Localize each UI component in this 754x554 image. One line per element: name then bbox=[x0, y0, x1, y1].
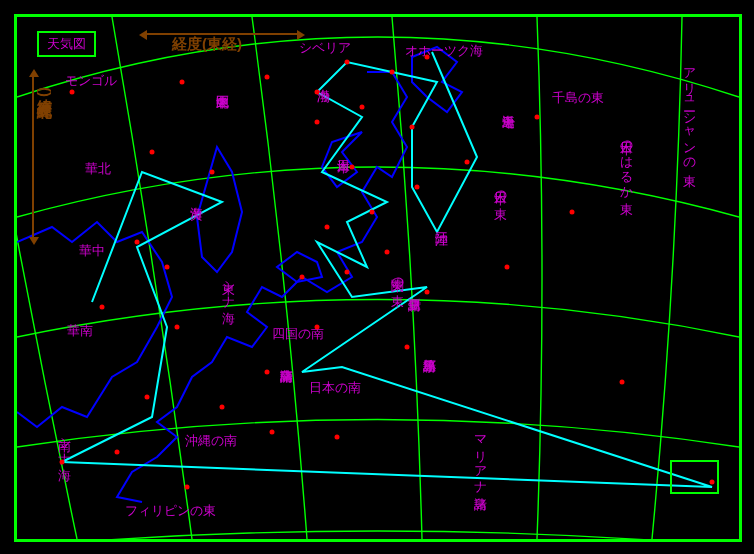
inset-box bbox=[670, 460, 719, 494]
svg-point-6 bbox=[165, 265, 170, 270]
svg-point-26 bbox=[410, 125, 415, 130]
svg-point-34 bbox=[620, 380, 625, 385]
x-axis-label: 経度(東経) bbox=[172, 35, 242, 54]
svg-point-15 bbox=[265, 370, 270, 375]
svg-point-4 bbox=[210, 170, 215, 175]
svg-point-27 bbox=[415, 185, 420, 190]
svg-point-30 bbox=[405, 345, 410, 350]
svg-point-11 bbox=[185, 485, 190, 490]
svg-point-9 bbox=[145, 395, 150, 400]
y-axis-label: 緯度(北緯) bbox=[35, 87, 54, 97]
svg-point-39 bbox=[345, 60, 350, 65]
dots-layer bbox=[17, 17, 739, 539]
svg-point-33 bbox=[535, 115, 540, 120]
svg-point-16 bbox=[315, 325, 320, 330]
svg-point-7 bbox=[100, 305, 105, 310]
svg-point-13 bbox=[270, 430, 275, 435]
svg-point-24 bbox=[390, 70, 395, 75]
svg-point-2 bbox=[265, 75, 270, 80]
svg-point-20 bbox=[370, 210, 375, 215]
svg-point-35 bbox=[570, 210, 575, 215]
y-axis-arrow bbox=[32, 77, 34, 237]
svg-point-12 bbox=[220, 405, 225, 410]
svg-point-18 bbox=[345, 270, 350, 275]
svg-point-21 bbox=[350, 165, 355, 170]
svg-point-0 bbox=[70, 90, 75, 95]
map-frame: 天気図 経度(東経) 緯度(北緯) モンゴル シベリア オホーツク海 中国東北区… bbox=[14, 14, 742, 542]
svg-point-3 bbox=[150, 150, 155, 155]
svg-point-8 bbox=[175, 325, 180, 330]
legend-title: 天気図 bbox=[47, 36, 86, 51]
svg-point-23 bbox=[360, 105, 365, 110]
svg-point-25 bbox=[425, 55, 430, 60]
svg-point-5 bbox=[135, 240, 140, 245]
svg-point-37 bbox=[60, 460, 65, 465]
svg-point-1 bbox=[180, 80, 185, 85]
svg-point-10 bbox=[115, 450, 120, 455]
svg-point-28 bbox=[385, 250, 390, 255]
svg-point-17 bbox=[300, 275, 305, 280]
svg-point-19 bbox=[325, 225, 330, 230]
svg-point-22 bbox=[315, 120, 320, 125]
svg-point-29 bbox=[425, 290, 430, 295]
svg-point-31 bbox=[465, 160, 470, 165]
svg-point-38 bbox=[315, 90, 320, 95]
legend-box: 天気図 bbox=[37, 31, 96, 57]
svg-point-14 bbox=[335, 435, 340, 440]
svg-point-32 bbox=[505, 265, 510, 270]
